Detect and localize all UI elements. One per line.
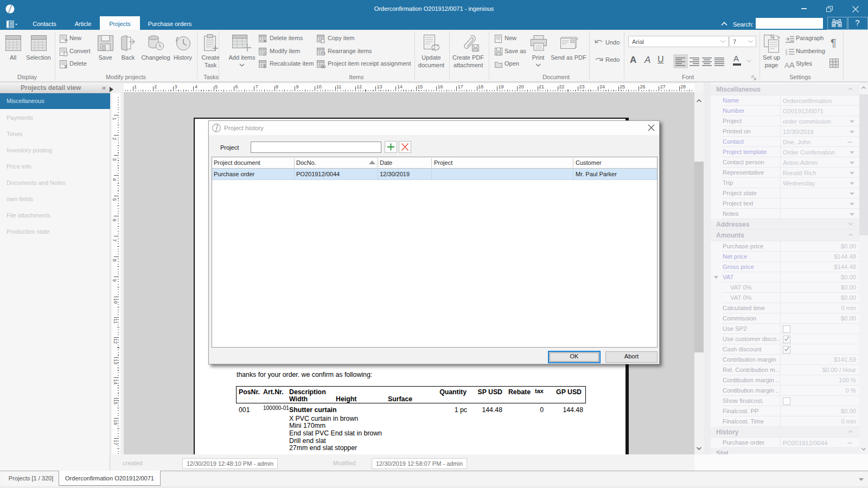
svg-text:3: 3 <box>786 53 787 55</box>
